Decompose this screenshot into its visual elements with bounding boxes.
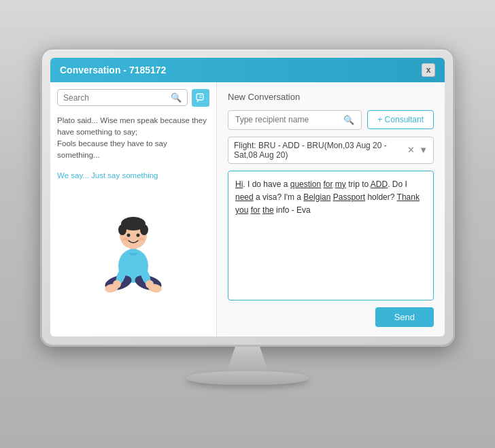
window-title: Conversation - 7185172 xyxy=(60,65,166,75)
flight-tag-text: Flight: BRU - ADD - BRU(Mon,03 Aug 20 - … xyxy=(234,141,407,160)
monitor-outer: Conversation - 7185172 x 🔍 xyxy=(37,48,458,401)
new-conversation-button[interactable] xyxy=(192,89,209,107)
recipient-row: 🔍 + Consultant xyxy=(228,110,434,130)
flight-tag-chevron-icon[interactable]: ▼ xyxy=(419,145,428,155)
monitor-bezel: Conversation - 7185172 x 🔍 xyxy=(40,48,455,347)
send-row: Send xyxy=(228,307,434,327)
avatar-area xyxy=(57,189,209,330)
close-button[interactable]: x xyxy=(422,63,435,77)
new-chat-icon xyxy=(196,93,205,103)
message-display[interactable]: Hi. I do have a question for my trip to … xyxy=(228,171,434,300)
recipient-input[interactable] xyxy=(235,115,343,124)
flight-tag-row: Flight: BRU - ADD - BRU(Mon,03 Aug 20 - … xyxy=(228,137,434,164)
search-input-wrap[interactable]: 🔍 xyxy=(57,89,188,106)
monitor-screen: Conversation - 7185172 x 🔍 xyxy=(50,58,445,337)
svg-point-21 xyxy=(146,280,154,288)
search-input[interactable] xyxy=(63,93,171,103)
flight-tag-close-icon[interactable]: ✕ xyxy=(407,145,415,155)
svg-point-20 xyxy=(113,280,121,288)
avatar xyxy=(92,215,174,303)
recipient-input-wrap[interactable]: 🔍 xyxy=(228,110,362,130)
svg-rect-0 xyxy=(197,94,203,100)
svg-point-11 xyxy=(139,238,144,241)
quote-text: Plato said... Wise men speak because the… xyxy=(57,115,209,162)
search-bar: 🔍 xyxy=(57,89,209,107)
new-conversation-title: New Conversation xyxy=(228,92,434,102)
svg-point-7 xyxy=(140,224,148,235)
recipient-search-icon: 🔍 xyxy=(343,115,354,125)
monitor-base xyxy=(186,371,309,385)
svg-point-10 xyxy=(122,238,128,241)
title-bar: Conversation - 7185172 x xyxy=(50,58,445,82)
svg-point-9 xyxy=(137,234,140,237)
app-window: Conversation - 7185172 x 🔍 xyxy=(50,58,445,337)
consultant-button[interactable]: + Consultant xyxy=(367,110,434,129)
svg-point-8 xyxy=(127,234,131,237)
search-icon: 🔍 xyxy=(171,92,182,103)
content-area: 🔍 P xyxy=(50,82,445,337)
tagline: We say... Just say something xyxy=(57,171,209,179)
svg-point-6 xyxy=(118,224,126,235)
send-button[interactable]: Send xyxy=(375,307,434,327)
left-panel: 🔍 P xyxy=(50,82,217,337)
monitor-neck xyxy=(227,347,268,371)
right-panel: New Conversation 🔍 + Consultant Flight: … xyxy=(217,82,445,337)
